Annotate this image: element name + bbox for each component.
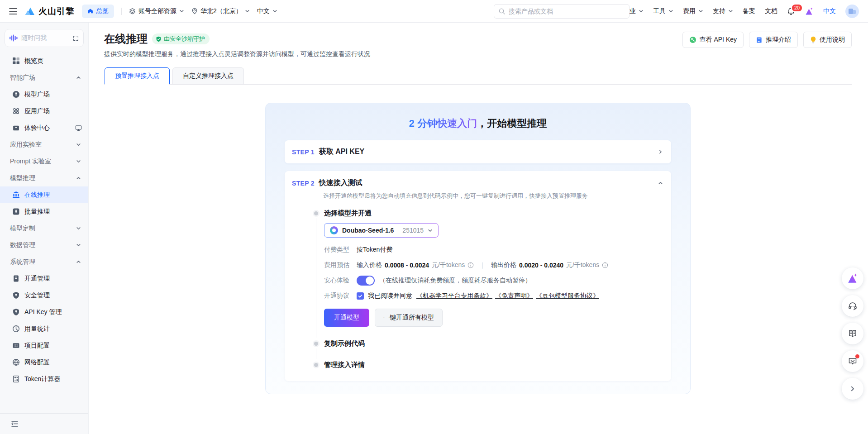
chevron-down-icon — [76, 159, 81, 164]
sidebar-item-overview[interactable]: 概览页 — [0, 52, 88, 69]
menu-label: 文档 — [765, 7, 777, 15]
sandbox-badge-label: 由安全沙箱守护 — [164, 35, 205, 43]
sidebar-item-network-configuration[interactable]: 网络配置 — [0, 354, 88, 371]
step1-label: STEP 1 — [292, 148, 315, 156]
menu-billing[interactable]: 费用 — [683, 7, 703, 15]
timeline-connector — [316, 348, 316, 359]
menu-icp[interactable]: 备案 — [743, 7, 755, 15]
timeline-bullet — [314, 211, 318, 215]
sidebar-group-prompt-lab[interactable]: Prompt 实验室 — [0, 153, 88, 170]
global-search[interactable] — [494, 4, 630, 19]
support-fab[interactable] — [842, 295, 863, 317]
hamburger-menu-icon[interactable] — [9, 8, 17, 14]
chevron-up-icon — [76, 259, 81, 264]
info-icon[interactable] — [602, 262, 608, 268]
substep-manage-endpoint[interactable]: 管理接入详情 — [314, 361, 663, 369]
free-trial-toggle[interactable] — [357, 276, 375, 286]
pay-type-row: 付费类型 按Token付费 — [324, 244, 663, 255]
chevron-right-icon[interactable] — [658, 149, 663, 154]
inference-intro-button[interactable]: 推理介绍 — [749, 32, 798, 48]
headset-icon — [848, 301, 858, 311]
menu-tools[interactable]: 工具 — [653, 7, 673, 15]
language-label: 中文 — [257, 7, 270, 15]
inference-intro-label: 推理介绍 — [766, 36, 791, 44]
tab-preset-endpoints[interactable]: 预置推理接入点 — [105, 67, 170, 84]
chevron-down-icon — [272, 9, 277, 14]
ai-assistant-fab[interactable] — [842, 267, 863, 289]
usage-guide-button[interactable]: 使用说明 — [803, 32, 852, 48]
step1-card[interactable]: STEP 1 获取 API KEY — [285, 140, 671, 163]
volcengine-logo[interactable]: 火山引擎 — [24, 5, 75, 17]
notifications-button[interactable]: 20 — [787, 7, 795, 15]
menu-label: 工具 — [653, 7, 666, 15]
chevron-down-icon — [698, 9, 703, 14]
sidebar-group-data-management[interactable]: 数据管理 — [0, 237, 88, 253]
model-select-dropdown[interactable]: Doubao-Seed-1.6 251015 — [324, 223, 439, 238]
account-scope-dropdown[interactable]: 账号全部资源 — [129, 7, 184, 15]
step2-timeline: 选择模型并开通 Doubao-Seed-1.6 251015 — [314, 209, 663, 369]
sidebar-item-token-calculator[interactable]: Token计算器 — [0, 371, 88, 387]
region-dropdown[interactable]: 华北2（北京） — [191, 7, 250, 15]
sidebar-item-activation-management[interactable]: 开通管理 — [0, 270, 88, 287]
ai-assistant-icon — [805, 7, 814, 16]
sidebar-item-app-plaza[interactable]: 应用广场 — [0, 103, 88, 119]
sidebar-item-api-key-management[interactable]: API Key 管理 — [0, 304, 88, 320]
location-pin-icon — [191, 8, 198, 14]
activate-all-models-button[interactable]: 一键开通所有模型 — [375, 309, 443, 327]
menu-docs[interactable]: 文档 — [765, 7, 777, 15]
chevron-down-icon — [245, 9, 250, 14]
expand-icon[interactable] — [73, 35, 79, 41]
sidebar-item-security-management[interactable]: 安全管理 — [0, 287, 88, 304]
terms-link-doubao-service[interactable]: 《豆包模型服务协议》 — [536, 292, 599, 300]
inference-tabs: 预置推理接入点 自定义推理接入点 — [104, 67, 852, 85]
overview-label: 总览 — [96, 7, 109, 15]
substep-copy-code[interactable]: 复制示例代码 — [314, 339, 663, 348]
info-icon[interactable] — [467, 262, 474, 268]
ask-widget-label: 随时问我 — [21, 34, 69, 42]
activate-model-button[interactable]: 开通模型 — [324, 309, 369, 327]
terms-link-ml-platform[interactable]: 《机器学习平台专用条款》 — [416, 292, 492, 300]
sidebar-group-app-lab[interactable]: 应用实验室 — [0, 136, 88, 153]
language-switch-link[interactable]: 中文 — [823, 7, 836, 15]
step2-header[interactable]: STEP 2 快速接入测试 — [292, 178, 663, 188]
terms-link-disclaimer[interactable]: 《免责声明》 — [495, 292, 533, 300]
notification-badge: 20 — [791, 4, 803, 12]
collapse-sidebar-icon[interactable] — [11, 420, 19, 427]
agreement-checkbox[interactable] — [357, 292, 364, 300]
sidebar-item-experience-center[interactable]: 体验中心 — [0, 119, 88, 136]
home-icon — [87, 8, 93, 14]
menu-support[interactable]: 支持 — [713, 7, 733, 15]
open-book-icon — [848, 329, 858, 339]
chevron-down-icon — [76, 142, 81, 147]
calculator-icon — [12, 375, 20, 383]
sidebar-item-project-configuration[interactable]: 项目配置 — [0, 337, 88, 354]
sidebar-item-online-inference[interactable]: 在线推理 — [0, 186, 88, 203]
docs-fab[interactable] — [842, 323, 863, 344]
atom-icon — [12, 107, 20, 115]
ai-ask-widget[interactable]: 随时问我 — [5, 29, 84, 47]
copy-code-title: 复制示例代码 — [324, 339, 663, 348]
sidebar-item-batch-inference[interactable]: 批量推理 — [0, 203, 88, 220]
monitor-icon — [75, 125, 82, 131]
sidebar-group-model-inference[interactable]: 模型推理 — [0, 170, 88, 186]
sidebar-item-model-plaza[interactable]: 模型广场 — [0, 86, 88, 103]
overview-pill[interactable]: 总览 — [82, 5, 114, 18]
view-api-key-button[interactable]: 查看 API Key — [682, 32, 744, 48]
collapse-fabs-button[interactable] — [842, 378, 863, 400]
ai-assistant-button[interactable] — [805, 7, 814, 16]
language-dropdown[interactable]: 中文 — [257, 7, 277, 15]
user-avatar[interactable] — [845, 5, 859, 18]
tab-custom-endpoints[interactable]: 自定义推理接入点 — [172, 67, 244, 84]
globe-icon — [12, 358, 20, 366]
sidebar-group-label: Prompt 实验室 — [10, 157, 51, 166]
search-input[interactable] — [509, 8, 625, 15]
sidebar-item-usage-statistics[interactable]: 用量统计 — [0, 320, 88, 337]
chevron-down-icon — [639, 9, 644, 14]
sidebar-group-label: 应用实验室 — [10, 141, 42, 149]
feedback-fab[interactable] — [842, 350, 863, 372]
sidebar-group-system-management[interactable]: 系统管理 — [0, 253, 88, 270]
topbar: 火山引擎 总览 账号全部资源 华北2（北京） 中文 企业 工具 费用 支持 备案 — [0, 0, 868, 23]
chevron-up-icon[interactable] — [658, 181, 663, 186]
sidebar-group-smart-plaza[interactable]: 智能广场 — [0, 69, 88, 86]
sidebar-group-model-customization[interactable]: 模型定制 — [0, 220, 88, 237]
